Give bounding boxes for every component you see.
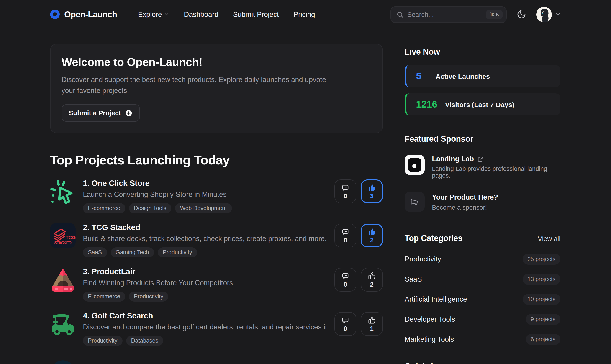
comment-count: 0 <box>344 281 347 287</box>
chevron-down-icon <box>555 11 561 17</box>
tag[interactable]: SaaS <box>83 247 107 257</box>
sponsor-name: Landing Lab <box>432 155 474 163</box>
project-row[interactable]: 5. Wembat <box>50 355 383 364</box>
upvote-button[interactable]: 1 <box>361 312 383 336</box>
project-title: 1. One Click Store <box>83 179 327 188</box>
project-row[interactable]: 4. Golf Cart Search Discover and compare… <box>50 311 383 346</box>
search-input[interactable] <box>407 11 482 18</box>
project-row[interactable]: 3. ProductLair Find Winning Products Bef… <box>50 267 383 302</box>
nav-submit-project-label: Submit Project <box>233 10 279 18</box>
upvote-button[interactable]: 2 <box>361 268 383 292</box>
navbar-right: ⌘ K <box>390 6 561 23</box>
comment-icon <box>342 272 349 279</box>
megaphone-icon-box <box>405 192 425 212</box>
nav-submit-project[interactable]: Submit Project <box>233 10 279 18</box>
category-count-badge: 13 projects <box>523 274 560 285</box>
tag[interactable]: Databases <box>126 336 163 346</box>
project-list: 1. One Click Store Launch a Converting S… <box>50 179 383 364</box>
welcome-title: Welcome to Open-Launch! <box>62 56 371 69</box>
project-row[interactable]: 1. One Click Store Launch a Converting S… <box>50 179 383 213</box>
submit-project-button[interactable]: Submit a Project <box>62 104 140 122</box>
project-info: 2. TCG Stacked Build & share decks, trac… <box>83 223 334 257</box>
brand-name: Open-Launch <box>64 9 117 19</box>
theme-toggle-button[interactable] <box>517 10 526 19</box>
tag[interactable]: E-commerce <box>83 292 125 302</box>
sidebar: Live Now 5 Active Launches 1216 Visitors… <box>405 29 560 364</box>
comment-button[interactable]: 0 <box>334 224 356 247</box>
project-tags: E-commerce Design Tools Web Development <box>83 203 327 213</box>
project-title: 3. ProductLair <box>83 267 327 276</box>
category-count-badge: 9 projects <box>526 314 560 325</box>
category-count-badge: 6 projects <box>526 334 560 345</box>
nav-pricing[interactable]: Pricing <box>293 10 315 18</box>
category-name: Artificial Intelligence <box>405 295 467 303</box>
project-row[interactable]: TCG STACKED 2. TCG Stacked Build & share… <box>50 223 383 257</box>
category-name: Marketing Tools <box>405 335 454 343</box>
view-all-link[interactable]: View all <box>538 235 560 242</box>
search-icon <box>396 11 404 18</box>
category-row[interactable]: Artificial Intelligence 10 projects <box>405 292 560 306</box>
cta-info: Your Product Here? Become a sponsor! <box>432 193 498 211</box>
brand[interactable]: Open-Launch <box>50 9 117 19</box>
tag[interactable]: Productivity <box>83 336 122 346</box>
project-description: Discover and compare the best golf cart … <box>83 323 327 331</box>
visitors-stat: 1216 Visitors (Last 7 Days) <box>405 93 560 115</box>
user-menu[interactable] <box>536 7 561 22</box>
tag[interactable]: Web Development <box>175 203 232 213</box>
project-actions: 0 2 <box>334 268 383 292</box>
comment-button[interactable]: 0 <box>334 312 356 336</box>
tag[interactable]: Productivity <box>158 247 197 257</box>
live-now-section: Live Now 5 Active Launches 1216 Visitors… <box>405 47 560 115</box>
avatar <box>536 7 552 22</box>
thumbs-up-icon <box>368 316 376 324</box>
search-box[interactable]: ⌘ K <box>390 6 507 23</box>
sponsor-landing-lab[interactable]: Landing Lab Landing Lab provides profess… <box>405 155 560 179</box>
tag[interactable]: Productivity <box>129 292 168 302</box>
upvote-button[interactable]: 3 <box>361 180 383 203</box>
nav-explore[interactable]: Explore <box>138 10 169 18</box>
project-info: 4. Golf Cart Search Discover and compare… <box>83 311 334 346</box>
quick-access-title: Quick Access <box>405 362 560 364</box>
thumbs-up-icon <box>368 184 376 191</box>
wembat-logo <box>50 360 76 364</box>
comment-button[interactable]: 0 <box>334 268 356 292</box>
golf-cart-search-logo <box>50 311 76 337</box>
nav-explore-label: Explore <box>138 10 162 18</box>
sponsor-info: Landing Lab Landing Lab provides profess… <box>432 155 560 179</box>
tag[interactable]: Gaming Tech <box>110 247 154 257</box>
tcg-stacked-logo: TCG STACKED <box>50 223 76 248</box>
nav-dashboard[interactable]: Dashboard <box>184 10 219 18</box>
category-row[interactable]: SaaS 13 projects <box>405 273 560 286</box>
sponsor-description: Landing Lab provides professional landin… <box>432 165 560 179</box>
category-row[interactable]: Developer Tools 9 projects <box>405 312 560 326</box>
quick-access-section: Quick Access <box>405 362 560 364</box>
comment-button[interactable]: 0 <box>334 180 356 203</box>
category-count-badge: 10 projects <box>523 294 560 305</box>
tag[interactable]: E-commerce <box>83 203 125 213</box>
active-launches-value: 5 <box>416 71 428 81</box>
active-launches-label: Active Launches <box>436 72 490 80</box>
thumbs-up-icon <box>368 272 376 280</box>
category-count-badge: 25 projects <box>523 254 560 265</box>
projects-section-title: Top Projects Launching Today <box>50 153 383 168</box>
comment-count: 0 <box>344 193 347 199</box>
landing-lab-logo <box>405 155 425 175</box>
thumbs-up-icon <box>368 228 376 235</box>
plus-circle-icon <box>125 109 133 117</box>
active-launches-stat: 5 Active Launches <box>405 65 560 87</box>
comment-icon <box>342 316 349 324</box>
comment-count: 0 <box>344 237 347 243</box>
welcome-description: Discover and support the best new tech p… <box>62 74 335 96</box>
category-row[interactable]: Marketing Tools 6 projects <box>405 333 560 346</box>
category-row[interactable]: Productivity 25 projects <box>405 252 560 266</box>
upvote-button[interactable]: 2 <box>361 224 383 247</box>
megaphone-icon <box>410 197 419 206</box>
productlair-logo <box>50 267 76 292</box>
project-tags: SaaS Gaming Tech Productivity <box>83 247 327 257</box>
tag[interactable]: Design Tools <box>129 203 171 213</box>
become-sponsor-cta[interactable]: Your Product Here? Become a sponsor! <box>405 192 560 212</box>
top-categories-title: Top Categories <box>405 234 462 243</box>
project-description: Build & share decks, track collections, … <box>83 235 327 243</box>
category-name: Productivity <box>405 255 441 263</box>
upvote-count: 2 <box>370 237 374 243</box>
